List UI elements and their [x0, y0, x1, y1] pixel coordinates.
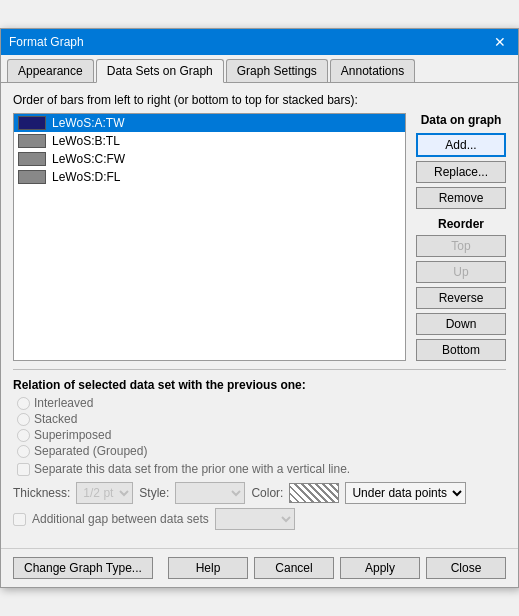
radio-group: Interleaved Stacked Superimposed Separat…: [17, 396, 506, 458]
tab-graph-settings[interactable]: Graph Settings: [226, 59, 328, 82]
additional-gap-row: Additional gap between data sets: [13, 508, 506, 530]
order-label: Order of bars from left to right (or bot…: [13, 93, 506, 107]
reorder-label: Reorder: [416, 217, 506, 231]
tab-appearance[interactable]: Appearance: [7, 59, 94, 82]
change-graph-type-button[interactable]: Change Graph Type...: [13, 557, 153, 579]
right-panel: Data on graph Add... Replace... Remove R…: [416, 113, 506, 361]
top-button[interactable]: Top: [416, 235, 506, 257]
tab-data-sets[interactable]: Data Sets on Graph: [96, 59, 224, 83]
thickness-label: Thickness:: [13, 486, 70, 500]
relation-title: Relation of selected data set with the p…: [13, 378, 506, 392]
color-swatch: [18, 170, 46, 184]
reverse-button[interactable]: Reverse: [416, 287, 506, 309]
apply-button[interactable]: Apply: [340, 557, 420, 579]
replace-button[interactable]: Replace...: [416, 161, 506, 183]
footer: Change Graph Type... Help Cancel Apply C…: [1, 548, 518, 587]
thickness-style-row: Thickness: 1/2 pt Style: Color: Under da…: [13, 482, 506, 504]
main-area: LeWoS:A:TW LeWoS:B:TL LeWoS:C:FW LeWoS:D…: [13, 113, 506, 361]
cancel-button[interactable]: Cancel: [254, 557, 334, 579]
bottom-button[interactable]: Bottom: [416, 339, 506, 361]
color-swatch: [18, 134, 46, 148]
style-select[interactable]: [175, 482, 245, 504]
format-graph-window: Format Graph ✕ Appearance Data Sets on G…: [0, 28, 519, 588]
color-picker[interactable]: [289, 483, 339, 503]
tab-bar: Appearance Data Sets on Graph Graph Sett…: [1, 55, 518, 83]
radio-interleaved[interactable]: Interleaved: [17, 396, 506, 410]
footer-right: Help Cancel Apply Close: [168, 557, 506, 579]
additional-gap-checkbox[interactable]: [13, 513, 26, 526]
under-data-points-select[interactable]: Under data points: [345, 482, 466, 504]
title-bar: Format Graph ✕: [1, 29, 518, 55]
relation-section: Relation of selected data set with the p…: [13, 378, 506, 530]
close-footer-button[interactable]: Close: [426, 557, 506, 579]
additional-gap-label: Additional gap between data sets: [32, 512, 209, 526]
style-label: Style:: [139, 486, 169, 500]
separator-checkbox-row: Separate this data set from the prior on…: [17, 462, 506, 476]
additional-gap-select[interactable]: [215, 508, 295, 530]
separator-checkbox-label: Separate this data set from the prior on…: [34, 462, 350, 476]
color-swatch: [18, 152, 46, 166]
separator-checkbox[interactable]: [17, 463, 30, 476]
data-set-list[interactable]: LeWoS:A:TW LeWoS:B:TL LeWoS:C:FW LeWoS:D…: [13, 113, 406, 361]
radio-superimposed[interactable]: Superimposed: [17, 428, 506, 442]
list-item[interactable]: LeWoS:C:FW: [14, 150, 405, 168]
add-button[interactable]: Add...: [416, 133, 506, 157]
tab-annotations[interactable]: Annotations: [330, 59, 415, 82]
footer-left: Change Graph Type...: [13, 557, 153, 579]
color-label: Color:: [251, 486, 283, 500]
thickness-select[interactable]: 1/2 pt: [76, 482, 133, 504]
list-item[interactable]: LeWoS:D:FL: [14, 168, 405, 186]
down-button[interactable]: Down: [416, 313, 506, 335]
remove-button[interactable]: Remove: [416, 187, 506, 209]
color-swatch: [18, 116, 46, 130]
list-item[interactable]: LeWoS:B:TL: [14, 132, 405, 150]
close-button[interactable]: ✕: [490, 34, 510, 50]
data-on-graph-label: Data on graph: [416, 113, 506, 127]
content-area: Order of bars from left to right (or bot…: [1, 83, 518, 540]
radio-stacked[interactable]: Stacked: [17, 412, 506, 426]
up-button[interactable]: Up: [416, 261, 506, 283]
radio-separated[interactable]: Separated (Grouped): [17, 444, 506, 458]
help-button[interactable]: Help: [168, 557, 248, 579]
window-title: Format Graph: [9, 35, 84, 49]
list-item[interactable]: LeWoS:A:TW: [14, 114, 405, 132]
